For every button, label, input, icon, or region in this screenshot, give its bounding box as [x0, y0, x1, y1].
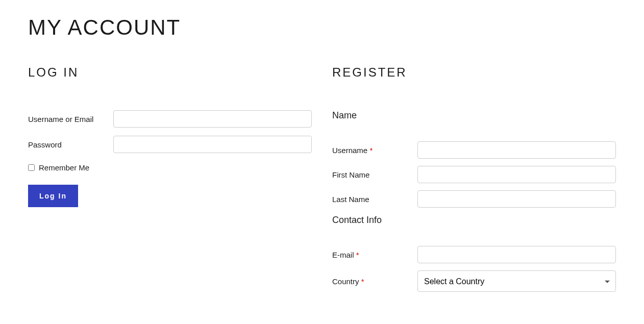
remember-me-checkbox[interactable] — [28, 164, 35, 171]
country-label: Country * — [332, 277, 417, 286]
login-username-input[interactable] — [113, 110, 312, 128]
first-name-input[interactable] — [417, 166, 616, 183]
login-password-label: Password — [28, 140, 113, 149]
login-username-label: Username or Email — [28, 115, 113, 123]
email-label: E-mail * — [332, 251, 417, 259]
remember-me-label: Remember Me — [39, 163, 89, 172]
register-heading: REGISTER — [332, 65, 616, 80]
first-name-label: First Name — [332, 170, 417, 179]
last-name-label: Last Name — [332, 195, 417, 204]
required-marker: * — [356, 251, 359, 259]
page-title: MY ACCOUNT — [28, 15, 616, 40]
login-heading: LOG IN — [28, 65, 312, 80]
register-username-input[interactable] — [417, 141, 616, 159]
login-button[interactable]: Log In — [28, 185, 78, 207]
register-username-label-text: Username — [332, 146, 367, 155]
login-password-input[interactable] — [113, 136, 312, 153]
email-label-text: E-mail — [332, 251, 354, 259]
register-username-label: Username * — [332, 146, 417, 155]
last-name-input[interactable] — [417, 190, 616, 208]
contact-section-heading: Contact Info — [332, 215, 616, 226]
email-input[interactable] — [417, 246, 616, 263]
required-marker: * — [369, 146, 373, 155]
country-select[interactable]: Select a Country — [417, 270, 616, 292]
country-label-text: Country — [332, 277, 359, 286]
required-marker: * — [361, 277, 364, 286]
name-section-heading: Name — [332, 110, 616, 121]
